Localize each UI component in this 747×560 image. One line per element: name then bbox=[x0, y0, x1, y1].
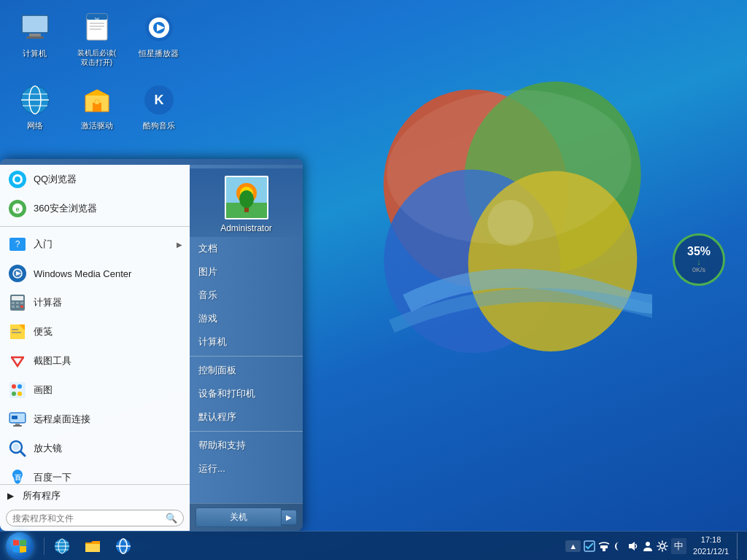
right-menu-item-pictures[interactable]: 图片 bbox=[190, 260, 303, 284]
svg-rect-41 bbox=[12, 296, 23, 300]
net-speed-percent: 35% bbox=[687, 246, 711, 257]
menu-item-wmc[interactable]: Windows Media Center bbox=[0, 259, 190, 288]
desktop-icon-media-player[interactable]: 恒星播放器 bbox=[131, 7, 186, 70]
computer-label: 计算机 bbox=[198, 336, 227, 347]
menu-item-360-browser[interactable]: e 360安全浏览器 bbox=[0, 194, 190, 223]
svg-rect-59 bbox=[15, 424, 20, 425]
search-input[interactable] bbox=[12, 513, 166, 524]
run-label: 运行... bbox=[198, 463, 225, 474]
clock[interactable]: 17:18 2021/12/1 bbox=[689, 534, 733, 557]
svg-rect-47 bbox=[20, 306, 23, 308]
right-menu-separator-2 bbox=[190, 431, 303, 432]
taskbar: ▲ bbox=[0, 531, 747, 560]
tray-settings-icon[interactable] bbox=[656, 540, 669, 553]
default-programs-label: 默认程序 bbox=[198, 411, 236, 422]
shutdown-arrow-button[interactable]: ▶ bbox=[282, 510, 297, 525]
right-menu-item-music[interactable]: 音乐 bbox=[190, 284, 303, 307]
svg-point-53 bbox=[12, 384, 16, 389]
net-speed-label: 0K/s bbox=[692, 266, 705, 273]
computer-icon bbox=[18, 10, 53, 45]
right-menu-item-computer[interactable]: 计算机 bbox=[190, 330, 303, 354]
tray-checkbox-icon[interactable] bbox=[583, 540, 596, 553]
start-menu-left-panel: QQ浏览器 e 360安全浏览器 bbox=[0, 165, 190, 531]
svg-text:百: 百 bbox=[15, 474, 22, 481]
menu-item-magnifier[interactable]: 放大镜 bbox=[0, 434, 190, 463]
shutdown-button[interactable]: 关机 bbox=[196, 508, 282, 527]
svg-point-64 bbox=[12, 443, 20, 451]
start-menu-items-list: QQ浏览器 e 360安全浏览器 bbox=[0, 165, 190, 484]
desktop-icon-driver-label: 激活驱动 bbox=[81, 120, 113, 131]
start-menu-top-bar bbox=[0, 159, 303, 165]
right-menu-item-games[interactable]: 游戏 bbox=[190, 307, 303, 330]
desktop-icon-driver[interactable]: 激活驱动 bbox=[69, 79, 124, 133]
svg-point-31 bbox=[15, 176, 20, 182]
start-button[interactable] bbox=[0, 532, 39, 561]
start-orb-icon bbox=[6, 532, 34, 560]
menu-item-wmc-label: Windows Media Center bbox=[34, 268, 182, 279]
intro-icon: ? bbox=[7, 234, 28, 254]
snip-icon bbox=[7, 351, 28, 371]
desktop-icon-setup[interactable]: W 装机后必读( 双击打开) bbox=[69, 7, 124, 70]
search-button-icon[interactable]: 🔍 bbox=[166, 513, 177, 524]
right-menu-item-control-panel[interactable]: 控制面板 bbox=[190, 359, 303, 382]
taskbar-icon-ie[interactable] bbox=[109, 533, 138, 559]
tray-network-icon[interactable] bbox=[597, 540, 611, 553]
svg-rect-44 bbox=[20, 302, 23, 304]
desktop-icon-row-1: 计算机 W 装机后必读( 双击打开) bbox=[7, 7, 186, 70]
svg-point-56 bbox=[18, 392, 22, 396]
menu-item-baidu[interactable]: 百 百度一下 bbox=[0, 463, 190, 484]
menu-item-qq-browser[interactable]: QQ浏览器 bbox=[0, 165, 190, 194]
menu-item-baidu-label: 百度一下 bbox=[34, 471, 182, 484]
tray-notification-area[interactable]: ▲ bbox=[565, 540, 581, 552]
intro-arrow-icon: ▶ bbox=[177, 241, 182, 249]
desktop-icon-media-player-label: 恒星播放器 bbox=[139, 48, 179, 58]
right-menu-item-help[interactable]: 帮助和支持 bbox=[190, 434, 303, 457]
svg-rect-7 bbox=[23, 16, 47, 32]
right-menu-item-documents[interactable]: 文档 bbox=[190, 237, 303, 260]
ime-label: 中 bbox=[674, 540, 684, 551]
right-menu-item-default-programs[interactable]: 默认程序 bbox=[190, 405, 303, 429]
ime-indicator[interactable]: 中 bbox=[671, 538, 686, 554]
menu-item-360-browser-label: 360安全浏览器 bbox=[34, 202, 182, 215]
svg-point-55 bbox=[12, 392, 16, 396]
tray-user-icon[interactable] bbox=[641, 540, 654, 553]
menu-item-remote[interactable]: 远程桌面连接 bbox=[0, 405, 190, 434]
svg-text:K: K bbox=[154, 93, 163, 107]
menu-item-calculator[interactable]: 计算器 bbox=[0, 288, 190, 317]
menu-item-snip-label: 截图工具 bbox=[34, 354, 182, 368]
tray-moon-icon[interactable] bbox=[612, 540, 625, 553]
sticky-icon bbox=[7, 322, 28, 342]
start-menu-right-panel: Administrator 文档 图片 音乐 游戏 计算机 bbox=[190, 165, 303, 531]
desktop-icons-container: 计算机 W 装机后必读( 双击打开) bbox=[7, 7, 186, 133]
start-menu-body: QQ浏览器 e 360安全浏览器 bbox=[0, 165, 303, 531]
right-menu-item-devices[interactable]: 设备和打印机 bbox=[190, 382, 303, 405]
right-menu-item-run[interactable]: 运行... bbox=[190, 457, 303, 481]
svg-rect-8 bbox=[29, 34, 41, 36]
menu-item-sticky[interactable]: 便笺 bbox=[0, 317, 190, 346]
user-avatar[interactable] bbox=[225, 176, 268, 219]
menu-item-paint[interactable]: 画图 bbox=[0, 376, 190, 405]
paint-icon bbox=[7, 380, 28, 400]
all-programs-label: 所有程序 bbox=[23, 489, 61, 502]
wmc-icon bbox=[7, 263, 28, 284]
menu-item-intro[interactable]: ? 入门 ▶ bbox=[0, 230, 190, 259]
games-label: 游戏 bbox=[198, 313, 217, 324]
menu-item-snip[interactable]: 截图工具 bbox=[0, 346, 190, 376]
svg-text:W: W bbox=[94, 16, 99, 22]
show-desktop-button[interactable] bbox=[737, 533, 743, 559]
net-speed-widget[interactable]: 35% ↓ 0K/s bbox=[673, 233, 725, 286]
desktop-icon-computer-label: 计算机 bbox=[23, 48, 47, 58]
desktop-icon-network[interactable]: 网络 bbox=[7, 79, 62, 133]
shutdown-bar: 关机 ▶ bbox=[190, 503, 303, 531]
search-bar[interactable]: 🔍 bbox=[6, 510, 184, 526]
svg-rect-26 bbox=[95, 100, 99, 104]
clock-date: 2021/12/1 bbox=[693, 546, 729, 557]
menu-item-sticky-label: 便笺 bbox=[34, 325, 182, 338]
taskbar-icon-network[interactable] bbox=[47, 533, 77, 559]
taskbar-icon-explorer[interactable] bbox=[78, 533, 107, 559]
desktop-icon-qqmusic[interactable]: K 酷狗音乐 bbox=[131, 79, 186, 133]
tray-volume-icon[interactable] bbox=[627, 540, 640, 553]
desktop-icon-network-label: 网络 bbox=[27, 120, 43, 131]
desktop-icon-computer[interactable]: 计算机 bbox=[7, 7, 62, 70]
menu-item-all-programs[interactable]: ▶ 所有程序 bbox=[0, 484, 190, 507]
